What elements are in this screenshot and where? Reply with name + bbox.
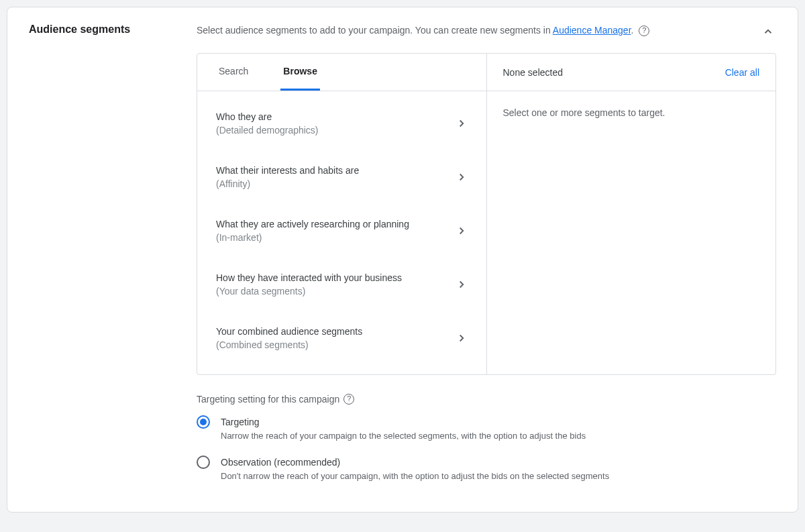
radio-title: Observation (recommended): [221, 456, 609, 469]
radio-button-icon: [197, 415, 210, 429]
help-icon[interactable]: ?: [639, 25, 649, 36]
radio-desc: Don't narrow the reach of your campaign,…: [221, 470, 609, 482]
chevron-right-icon: [455, 117, 468, 129]
targeting-heading: Targeting setting for this campaign ?: [197, 394, 776, 405]
card-header: Audience segments Select audience segmen…: [29, 23, 776, 40]
category-text: What their interests and habits are (Aff…: [216, 164, 455, 191]
category-subtitle: (Detailed demographics): [216, 123, 447, 137]
chevron-right-icon: [455, 171, 468, 183]
category-list: Who they are (Detailed demographics) Wha…: [197, 91, 486, 370]
category-text: Your combined audience segments (Combine…: [216, 325, 455, 352]
left-pane: Search Browse Who they are (Detailed dem…: [197, 54, 487, 374]
radio-desc: Narrow the reach of your campaign to the…: [221, 430, 586, 442]
category-title: What they are actively researching or pl…: [216, 217, 447, 231]
category-subtitle: (Affinity): [216, 177, 447, 191]
tab-search[interactable]: Search: [216, 54, 251, 91]
targeting-heading-text: Targeting setting for this campaign: [197, 394, 339, 405]
category-text: How they have interacted with your busin…: [216, 271, 455, 298]
radio-text: Targeting Narrow the reach of your campa…: [221, 415, 586, 442]
chevron-right-icon: [455, 225, 468, 237]
chevron-right-icon: [455, 278, 468, 290]
category-affinity[interactable]: What their interests and habits are (Aff…: [197, 150, 486, 204]
radio-targeting[interactable]: Targeting Narrow the reach of your campa…: [197, 415, 776, 442]
category-demographics[interactable]: Who they are (Detailed demographics): [197, 97, 486, 150]
clear-all-button[interactable]: Clear all: [725, 67, 759, 78]
category-subtitle: (In-market): [216, 231, 447, 244]
category-subtitle: (Combined segments): [216, 338, 447, 352]
segments-box: Search Browse Who they are (Detailed dem…: [197, 53, 776, 375]
help-icon[interactable]: ?: [343, 394, 354, 405]
selected-header: None selected Clear all: [487, 54, 776, 91]
panel-description: Select audience segments to add to your …: [197, 23, 649, 37]
category-title: What their interests and habits are: [216, 164, 447, 177]
panel-title: Audience segments: [29, 23, 170, 36]
category-combined[interactable]: Your combined audience segments (Combine…: [197, 311, 486, 365]
audience-segments-card: Audience segments Select audience segmen…: [7, 7, 798, 513]
category-title: How they have interacted with your busin…: [216, 271, 447, 284]
tab-browse[interactable]: Browse: [280, 54, 320, 91]
desc-prefix: Select audience segments to add to your …: [197, 25, 553, 36]
radio-text: Observation (recommended) Don't narrow t…: [221, 456, 609, 482]
category-in-market[interactable]: What they are actively researching or pl…: [197, 204, 486, 258]
category-text: What they are actively researching or pl…: [216, 217, 455, 244]
targeting-section: Targeting setting for this campaign ? Ta…: [197, 394, 776, 482]
selected-count-label: None selected: [503, 67, 564, 78]
audience-manager-link[interactable]: Audience Manager: [553, 25, 631, 36]
radio-observation[interactable]: Observation (recommended) Don't narrow t…: [197, 456, 776, 482]
category-your-data[interactable]: How they have interacted with your busin…: [197, 258, 486, 311]
chevron-up-icon: [762, 25, 774, 38]
main-area: Search Browse Who they are (Detailed dem…: [197, 53, 776, 482]
right-pane: None selected Clear all Select one or mo…: [487, 54, 776, 374]
radio-title: Targeting: [221, 415, 586, 429]
collapse-button[interactable]: [760, 23, 776, 40]
category-subtitle: (Your data segments): [216, 284, 447, 298]
selected-empty-text: Select one or more segments to target.: [487, 91, 776, 134]
category-text: Who they are (Detailed demographics): [216, 110, 455, 137]
header-right: Select audience segments to add to your …: [197, 23, 776, 40]
tabs: Search Browse: [197, 54, 486, 91]
desc-suffix: .: [631, 25, 634, 36]
chevron-right-icon: [455, 332, 468, 344]
category-title: Who they are: [216, 110, 447, 123]
radio-button-icon: [197, 456, 210, 469]
category-title: Your combined audience segments: [216, 325, 447, 338]
